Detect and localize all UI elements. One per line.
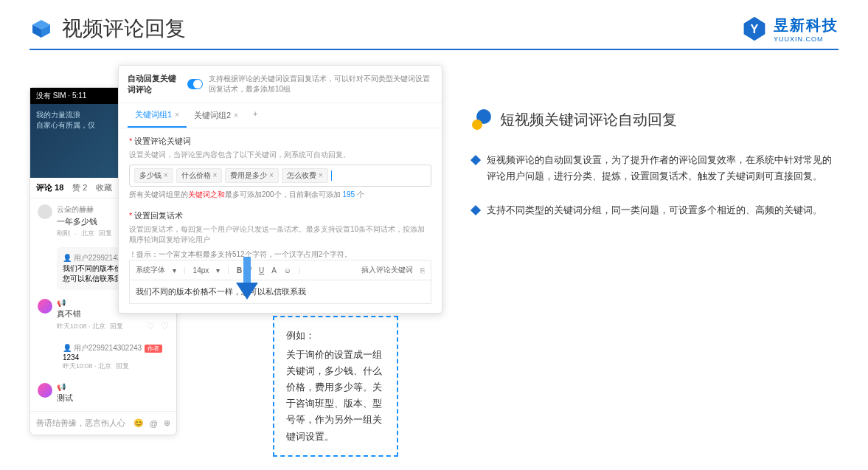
comment-input[interactable]: 善语结善缘，恶言伤人心 (36, 418, 128, 429)
diamond-icon (471, 155, 481, 165)
add-tab-button[interactable]: + (246, 103, 265, 128)
section-title: 设置回复话术 (129, 210, 431, 221)
insert-keyword-button[interactable]: 插入评论关键词 (361, 265, 413, 275)
emoji-button[interactable]: ☺ (284, 266, 291, 274)
reply-button[interactable]: 回复 (110, 322, 123, 331)
tab-comments[interactable]: 评论 18 (36, 182, 63, 193)
logo-subtext: YUUXIN.COM (774, 35, 839, 43)
close-icon[interactable]: × (234, 111, 238, 120)
avatar (38, 204, 52, 219)
logo-text: 昱新科技 (774, 15, 839, 35)
section-heading: 短视频关键词评论自动回复 (500, 110, 677, 130)
font-family-select[interactable]: 系统字体 (136, 265, 165, 275)
bullet-item: 短视频评论的自动回复设置，为了提升作者的评论回复效率，在系统中针对常见的评论用户… (472, 152, 839, 184)
reply-button[interactable]: 回复 (99, 229, 112, 238)
page-header: 视频评论回复 Y 昱新科技 YUUXIN.COM (0, 0, 868, 49)
svg-marker-6 (236, 283, 258, 300)
author-reply: 👤 用户2299214302243作者 1234 昨天10:08 · 北京 回复 (57, 340, 169, 374)
editor-toolbar: 系统字体▾ | 14px▾ | B I U A ☺ | 插入评论关键词 ⎘ (129, 260, 431, 280)
gift-icon[interactable]: ⊕ (164, 418, 170, 428)
font-size-select[interactable]: 14px (193, 266, 209, 274)
editor-textarea[interactable]: 我们不同的版本价格不一样，您可以私信联系我 (129, 280, 431, 304)
emoji-icon[interactable]: 😊 (133, 418, 144, 428)
tab-likes[interactable]: 赞 2 (72, 182, 87, 193)
text-cursor (331, 170, 332, 181)
comment-input-bar: 善语结善缘，恶言伤人心 😊 @ ⊕ (30, 411, 176, 435)
example-body: 关于询价的设置成一组关键词，多少钱、什么价格，费用多少等。关于咨询班型、版本、型… (286, 347, 385, 445)
keyword-tag[interactable]: 多少钱 (134, 168, 173, 183)
toggle-switch[interactable] (187, 79, 203, 89)
svg-rect-5 (243, 257, 251, 283)
keyword-tag[interactable]: 什么价格 (176, 168, 223, 183)
arrow-down-icon (232, 257, 262, 304)
avatar (38, 299, 52, 314)
example-box: 例如： 关于询价的设置成一组关键词，多少钱、什么价格，费用多少等。关于咨询班型、… (273, 316, 398, 457)
section-title: 设置评论关键词 (129, 136, 431, 147)
copy-icon[interactable]: ⎘ (420, 266, 425, 274)
dislike-icon[interactable]: ♡ (161, 321, 169, 331)
diamond-icon (471, 205, 481, 215)
keyword-group-tabs: 关键词组1× 关键词组2× + (119, 103, 442, 128)
comment-item: 📢 测试 (30, 377, 176, 411)
page-title: 视频评论回复 (62, 15, 186, 43)
example-title: 例如： (286, 328, 385, 344)
at-icon[interactable]: @ (150, 419, 158, 428)
logo-icon: Y (741, 15, 768, 42)
user-icon: 👤 (63, 344, 72, 352)
avatar (38, 383, 52, 398)
settings-panel: 自动回复关键词评论 支持根据评论的关键词设置回复话术，可以针对不同类型关键词设置… (118, 65, 442, 314)
panel-title: 自动回复关键词评论 (128, 73, 181, 95)
tab-fav[interactable]: 收藏 (96, 182, 112, 193)
keyword-tag[interactable]: 费用是多少 (225, 168, 279, 183)
description-column: 短视频关键词评论自动回复 短视频评论的自动回复设置，为了提升作者的评论回复效率，… (472, 65, 839, 236)
reply-button[interactable]: 回复 (116, 362, 129, 371)
bullet-icon (472, 109, 493, 130)
color-button[interactable]: A (271, 266, 277, 274)
bullet-item: 支持不同类型的关键词分组，同一类问题，可设置多个相近的、高频的关键词。 (472, 202, 839, 218)
heart-icon[interactable]: ♡ (147, 321, 155, 331)
user-icon: 👤 (63, 254, 72, 262)
tab-group2[interactable]: 关键词组2× (187, 103, 246, 128)
svg-text:Y: Y (751, 22, 759, 35)
keyword-tag[interactable]: 怎么收费 (282, 168, 328, 183)
tab-group1[interactable]: 关键词组1× (128, 103, 187, 128)
header-divider (29, 49, 839, 50)
cube-icon (29, 17, 53, 41)
brand-logo: Y 昱新科技 YUUXIN.COM (741, 15, 839, 43)
close-icon[interactable]: × (175, 111, 179, 119)
keyword-input[interactable]: 多少钱 什么价格 费用是多少 怎么收费 (129, 165, 431, 187)
